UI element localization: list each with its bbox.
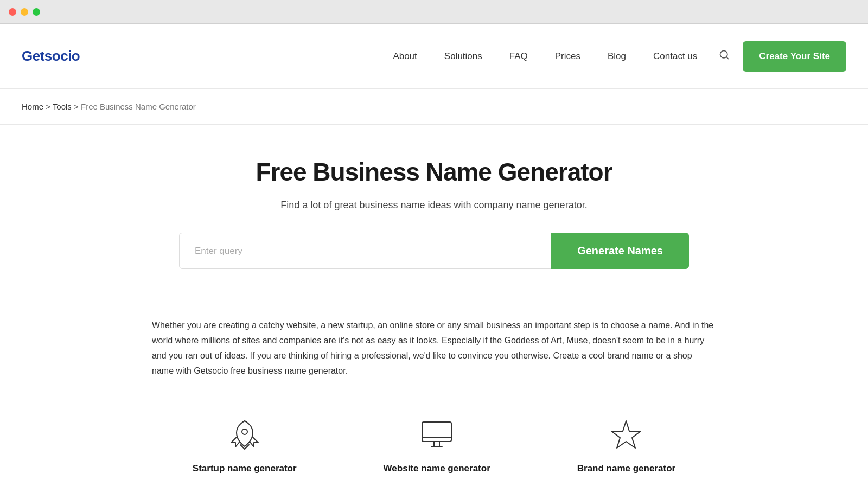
features-section: Startup name generator Website name gene… [0,406,868,486]
generate-button[interactable]: Generate Names [551,233,689,269]
feature-brand: Brand name generator [577,417,675,474]
rocket-icon [226,417,264,455]
nav-contact[interactable]: Contact us [653,51,697,61]
star-icon [607,417,645,455]
nav-solutions[interactable]: Solutions [444,51,482,61]
svg-marker-8 [611,421,641,448]
create-site-button[interactable]: Create Your Site [743,41,846,72]
page-title: Free Business Name Generator [22,157,846,187]
monitor-icon [418,417,456,455]
nav-blog[interactable]: Blog [608,51,626,61]
breadcrumb-tools[interactable]: Tools [53,102,72,111]
feature-website-label: Website name generator [384,463,490,474]
feature-brand-label: Brand name generator [577,463,675,474]
minimize-button[interactable] [21,8,28,16]
close-button[interactable] [9,8,16,16]
breadcrumb: Home > Tools > Free Business Name Genera… [0,89,868,125]
breadcrumb-home[interactable]: Home [22,102,43,111]
navbar: Getsocio About Solutions FAQ Prices Blog… [0,24,868,89]
maximize-button[interactable] [33,8,40,16]
feature-website: Website name generator [384,417,490,474]
svg-line-1 [726,57,729,59]
breadcrumb-sep2: > [72,102,81,111]
hero-subtitle: Find a lot of great business name ideas … [22,200,846,211]
search-bar: Generate Names [179,233,689,269]
nav-about[interactable]: About [393,51,417,61]
window-chrome [0,0,868,24]
feature-startup-label: Startup name generator [193,463,297,474]
nav-links: About Solutions FAQ Prices Blog Contact … [393,51,697,62]
feature-startup: Startup name generator [193,417,297,474]
logo[interactable]: Getsocio [22,48,80,65]
search-icon[interactable] [719,49,730,63]
hero-section: Free Business Name Generator Find a lot … [0,125,868,318]
nav-faq[interactable]: FAQ [509,51,528,61]
query-input[interactable] [179,233,551,269]
description-text: Whether you are creating a catchy websit… [130,318,738,406]
page: Getsocio About Solutions FAQ Prices Blog… [0,24,868,486]
nav-prices[interactable]: Prices [555,51,580,61]
svg-point-2 [242,429,247,434]
breadcrumb-sep1: > [43,102,53,111]
svg-rect-3 [422,422,451,442]
traffic-lights [9,8,40,16]
breadcrumb-current: Free Business Name Generator [81,102,196,111]
